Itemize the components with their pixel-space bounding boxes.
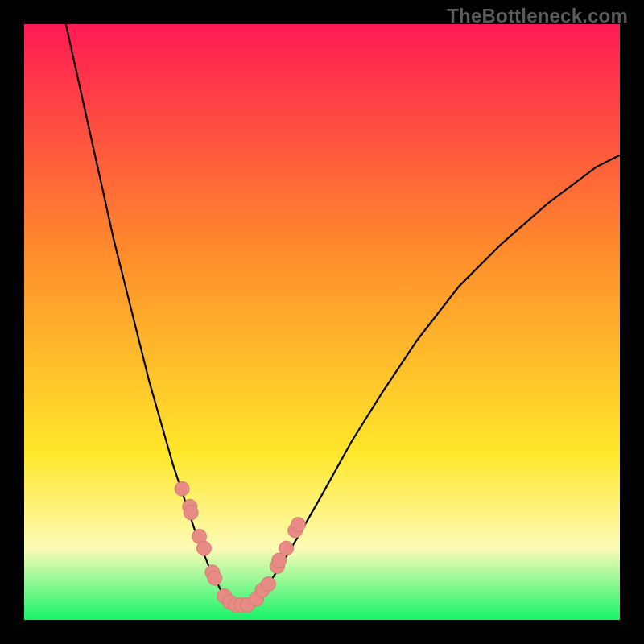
chart-svg <box>24 24 620 620</box>
curve-dot <box>196 541 211 555</box>
curve-dot <box>184 506 198 520</box>
curve-dot <box>208 571 222 585</box>
chart-plot <box>24 24 620 620</box>
curve-dot <box>175 481 189 496</box>
curve-dot <box>261 577 275 592</box>
outer-frame: TheBottleneck.com <box>0 0 644 644</box>
curve-dot <box>279 541 294 555</box>
curve-dot <box>291 518 305 532</box>
gradient-background <box>24 24 620 620</box>
